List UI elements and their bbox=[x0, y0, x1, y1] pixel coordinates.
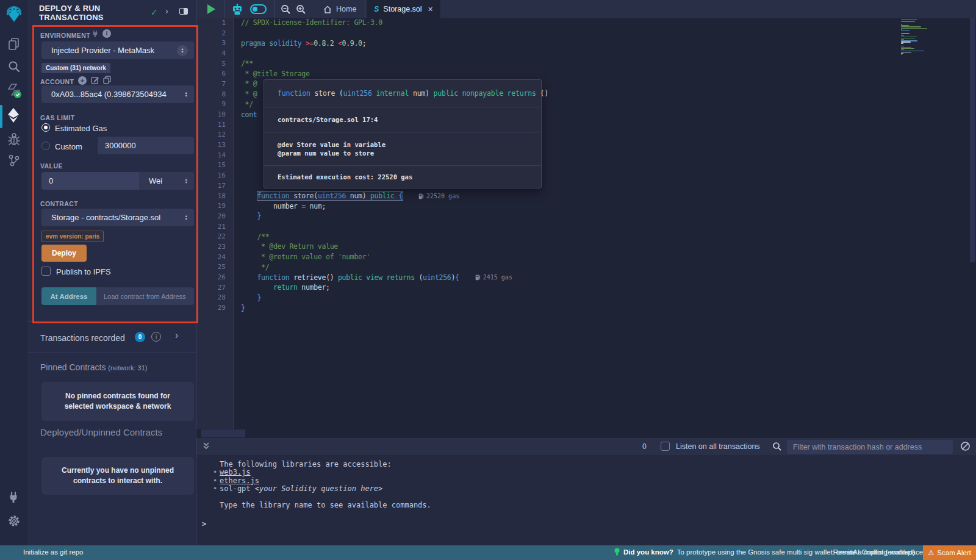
zoom-in-icon[interactable] bbox=[296, 4, 306, 15]
publish-ipfs-label: Publish to IPFS bbox=[56, 267, 111, 276]
code-line[interactable]: 22 /** bbox=[196, 231, 976, 242]
remix-logo[interactable] bbox=[0, 4, 27, 24]
pin-panel-chevron-icon[interactable]: › bbox=[165, 5, 168, 16]
code-line[interactable]: 6 * @title Storage bbox=[196, 68, 976, 79]
zoom-out-icon[interactable] bbox=[281, 4, 291, 15]
publish-ipfs-checkbox[interactable] bbox=[41, 267, 51, 276]
line-number: 5 bbox=[196, 60, 234, 68]
environment-label: ENVIRONMENT bbox=[40, 32, 90, 39]
clear-console-icon[interactable] bbox=[960, 441, 971, 451]
network-badge: Custom (31) network bbox=[41, 63, 110, 73]
code-line[interactable]: 23 * @dev Return value bbox=[196, 242, 976, 252]
split-view-icon[interactable] bbox=[179, 8, 188, 15]
code-line[interactable]: 27 return number; bbox=[196, 282, 976, 293]
terminal-search-icon[interactable] bbox=[772, 442, 782, 451]
git-icon[interactable] bbox=[0, 154, 27, 167]
line-number: 3 bbox=[196, 39, 234, 47]
code-line[interactable]: 25 */ bbox=[196, 262, 976, 273]
library-link[interactable]: ethers.js bbox=[220, 476, 259, 485]
estimated-gas-label: Estimated Gas bbox=[55, 124, 107, 133]
environment-info-icon[interactable]: i bbox=[102, 29, 111, 38]
at-address-button[interactable]: At Address bbox=[41, 287, 96, 305]
code-line[interactable]: 29} bbox=[196, 303, 976, 313]
code-line[interactable]: 3pragma solidity >=0.8.2 <0.9.0; bbox=[196, 38, 976, 48]
line-number: 28 bbox=[196, 293, 234, 301]
code-line[interactable]: 26 function retrieve() public view retur… bbox=[196, 272, 976, 282]
custom-gas-input[interactable] bbox=[98, 137, 194, 154]
transactions-count-badge: 0 bbox=[135, 332, 145, 342]
scam-alert-button[interactable]: ⚠ Scam Alert bbox=[923, 545, 976, 560]
value-unit-select[interactable]: Wei ▲▼ bbox=[139, 172, 194, 190]
value-input[interactable] bbox=[41, 172, 139, 190]
line-number: 8 bbox=[196, 90, 234, 98]
line-number: 20 bbox=[196, 212, 234, 220]
code-line[interactable]: 24 * @return value of 'number' bbox=[196, 252, 976, 262]
code-line[interactable]: 21 bbox=[196, 221, 976, 232]
line-number: 24 bbox=[196, 253, 234, 261]
listen-transactions-checkbox[interactable] bbox=[661, 442, 670, 451]
custom-gas-radio[interactable] bbox=[41, 142, 50, 150]
copilot-status[interactable]: RemixAI Copilot (enabled) bbox=[833, 548, 915, 556]
contract-label: CONTRACT bbox=[40, 200, 78, 207]
plug-icon[interactable] bbox=[92, 30, 99, 38]
code-line[interactable]: 1// SPDX-License-Identifier: GPL-3.0 bbox=[196, 18, 976, 28]
plugin-manager-icon[interactable] bbox=[0, 490, 27, 504]
pinned-contracts-title: Pinned Contracts (network: 31) bbox=[40, 362, 148, 372]
library-link[interactable]: web3.js bbox=[220, 468, 251, 476]
transactions-info-icon[interactable]: i bbox=[151, 332, 161, 342]
ai-copilot-toggle[interactable] bbox=[250, 4, 267, 14]
tab-storage-sol[interactable]: S Storage.sol × bbox=[367, 0, 440, 18]
deploy-run-panel: DEPLOY & RUN TRANSACTIONS ✓ › ENVIRONMEN… bbox=[27, 0, 196, 545]
tooltip-location: contracts/Storage.sol 17:4 bbox=[278, 115, 528, 124]
selection-highlight: function store(uint256 num) public { bbox=[257, 192, 403, 200]
terminal-line: •web3.js bbox=[196, 468, 976, 476]
transactions-expand-chevron-icon[interactable]: › bbox=[175, 330, 178, 341]
code-line[interactable]: 2 bbox=[196, 28, 976, 38]
select-arrows-icon: ▲▼ bbox=[177, 45, 188, 56]
editor-minimap[interactable] bbox=[901, 19, 939, 56]
editor-horizontal-scrollbar[interactable] bbox=[201, 429, 245, 437]
code-line[interactable]: 4 bbox=[196, 48, 976, 59]
deploy-button[interactable]: Deploy bbox=[41, 245, 87, 262]
code-line[interactable]: 18 function store(uint256 num) public {2… bbox=[196, 191, 976, 201]
contract-select[interactable]: Storage - contracts/Storage.sol ▲▼ bbox=[41, 209, 194, 226]
deployed-contracts-empty-box: Currently you have no unpinned contracts… bbox=[41, 457, 194, 495]
environment-select[interactable]: Injected Provider - MetaMask ▲▼ bbox=[41, 41, 194, 59]
editor-vertical-scrollbar[interactable] bbox=[970, 18, 975, 262]
file-explorer-icon[interactable] bbox=[0, 37, 27, 51]
close-tab-icon[interactable]: × bbox=[428, 4, 433, 14]
code-line[interactable]: 20 } bbox=[196, 211, 976, 221]
terminal-line: Type the library name to see available c… bbox=[196, 501, 976, 509]
gas-estimate-badge: 2415 gas bbox=[475, 274, 512, 281]
solidity-compiler-icon[interactable] bbox=[0, 83, 27, 99]
estimated-gas-radio[interactable] bbox=[41, 123, 50, 132]
run-script-play-icon[interactable] bbox=[207, 4, 215, 14]
account-select[interactable]: 0xA03...85ac4 (0.398673504934 ▲▼ bbox=[41, 85, 194, 103]
sign-message-edit-icon[interactable] bbox=[91, 76, 99, 84]
terminal-prompt[interactable]: > bbox=[202, 520, 206, 528]
line-number: 1 bbox=[196, 19, 234, 27]
line-number: 4 bbox=[196, 49, 234, 57]
terminal-filter-input[interactable] bbox=[787, 440, 953, 454]
code-line[interactable]: 19 number = num; bbox=[196, 201, 976, 211]
code-line[interactable]: 28 } bbox=[196, 293, 976, 303]
select-arrows-icon: ▲▼ bbox=[185, 92, 188, 98]
terminal-expand-chevrons-icon[interactable] bbox=[202, 441, 210, 451]
tooltip-signature: function store (uint256 internal num) pu… bbox=[278, 89, 528, 98]
deployed-contracts-title: Deployed/Unpinned Contracts bbox=[40, 427, 162, 437]
compile-success-check-icon: ✓ bbox=[151, 7, 158, 17]
tab-home[interactable]: Home bbox=[316, 0, 364, 18]
ai-copilot-robot-icon[interactable] bbox=[231, 4, 243, 15]
search-icon[interactable] bbox=[0, 60, 27, 73]
tooltip-dev-doc: @dev Store value in variable bbox=[278, 140, 528, 149]
git-init-status[interactable]: Initialize as git repo bbox=[23, 548, 83, 556]
create-account-plus-icon[interactable]: + bbox=[78, 76, 87, 85]
at-address-input[interactable] bbox=[96, 287, 194, 305]
settings-gear-icon[interactable] bbox=[0, 514, 27, 528]
debugger-icon[interactable] bbox=[0, 132, 27, 146]
gas-limit-label: GAS LIMIT bbox=[40, 114, 75, 121]
code-line[interactable]: 5/** bbox=[196, 59, 976, 69]
copy-account-icon[interactable] bbox=[103, 76, 111, 84]
function-hover-tooltip: function store (uint256 internal num) pu… bbox=[264, 79, 542, 188]
deploy-run-icon[interactable] bbox=[0, 107, 27, 123]
